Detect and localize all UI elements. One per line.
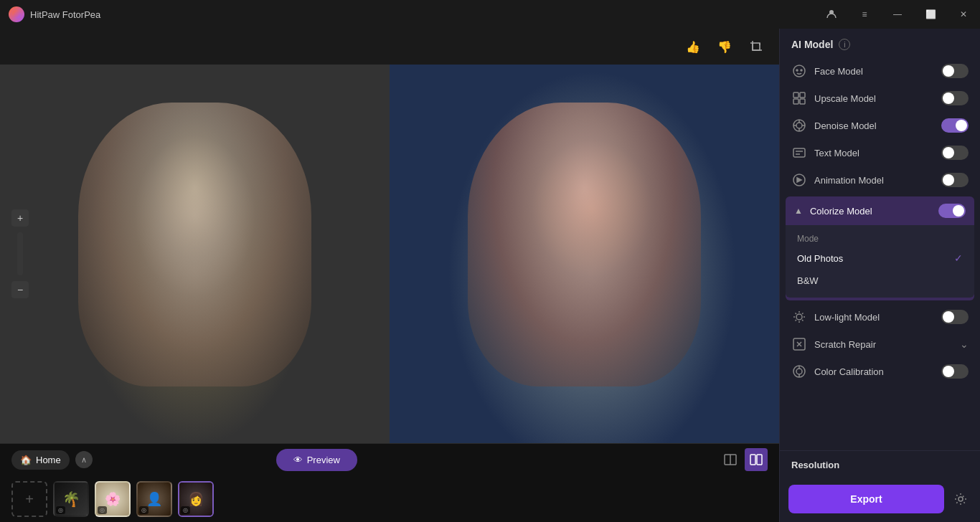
split-view-button[interactable] [719,448,742,471]
home-label: Home [36,455,61,465]
account-icon[interactable] [815,0,848,29]
ai-model-header: AI Model i [780,29,980,57]
info-icon[interactable]: i [839,39,850,50]
thumb-icon-3: ◎ [139,506,149,514]
colorize-model-toggle[interactable] [938,204,966,218]
svg-point-24 [796,314,802,320]
thumbs-down-button[interactable]: 👎 [713,35,736,58]
upscale-model-label: Upscale Model [814,93,934,104]
svg-line-30 [802,320,804,321]
dual-view-button[interactable] [745,448,768,471]
face-model-toggle[interactable] [941,64,969,78]
thumb-icon-4: ◎ [181,506,190,514]
svg-rect-5 [750,455,755,465]
svg-rect-13 [800,99,805,104]
thumbs-up-button[interactable]: 👍 [682,35,705,58]
bottom-controls: 🏠 Home ∧ 👁 Preview [0,444,779,475]
denoise-model-icon [791,118,807,133]
colorize-chevron-icon: ▲ [794,206,803,216]
minimize-button[interactable]: — [881,0,914,29]
export-button[interactable]: Export [788,485,944,513]
bw-label: B&W [797,275,819,286]
titlebar: HitPaw FotorPea ≡ — ⬜ ✕ [0,0,980,29]
home-chevron-button[interactable]: ∧ [75,451,93,468]
home-button[interactable]: 🏠 Home [11,450,70,470]
export-settings-button[interactable] [950,486,971,512]
export-row: Export [788,485,971,513]
app-title: HitPaw FotorPea [30,9,100,20]
colorize-header: ▲ Colorize Model [786,196,974,225]
scratch-repair-label: Scratch Repair [814,339,953,350]
scratch-repair-icon [791,336,807,352]
zoom-handle [17,232,23,275]
denoise-model-row: Denoise Model [780,112,980,139]
mode-option-old-photos[interactable]: Old Photos ✓ [786,247,974,270]
denoise-model-toggle[interactable] [941,118,969,133]
export-label: Export [850,493,882,505]
svg-line-29 [796,313,797,315]
thumbnail-2[interactable]: 🌸 ◎ [95,481,131,517]
face-model-label: Face Model [814,66,934,77]
canvas-area: 👍 👎 + − 🏠 [0,29,779,522]
menu-icon[interactable]: ≡ [848,0,881,29]
zoom-controls: + − [11,209,29,298]
svg-point-35 [796,369,802,374]
home-icon: 🏠 [20,455,32,465]
preview-label: Preview [307,455,340,465]
bottom-bar: 🏠 Home ∧ 👁 Preview [0,443,779,522]
right-panel: AI Model i Face Model [779,29,980,522]
svg-rect-2 [753,43,760,50]
upscale-model-row: Upscale Model [780,85,980,112]
svg-rect-6 [757,455,762,465]
ai-model-title: AI Model [791,39,833,50]
maximize-button[interactable]: ⬜ [914,0,947,29]
scratch-repair-expand-button[interactable]: ⌄ [960,338,969,350]
thumbnail-4[interactable]: 👩 ◎ [178,481,214,517]
svg-rect-12 [793,99,798,104]
thumbnails-row: + 🌴 ◎ 🌸 ◎ 👤 ◎ [0,475,779,522]
color-calibration-row: Color Calibration [780,358,980,385]
eye-icon: 👁 [293,455,303,465]
text-model-label: Text Model [814,148,934,158]
preview-button[interactable]: 👁 Preview [276,449,357,471]
svg-point-9 [801,70,802,71]
face-model-row: Face Model [780,57,980,85]
animation-model-icon [791,172,807,188]
text-model-icon [791,145,807,161]
color-calibration-label: Color Calibration [814,366,934,377]
original-image [0,65,390,443]
mode-option-bw[interactable]: B&W [786,270,974,292]
crop-button[interactable] [745,35,768,58]
svg-point-8 [796,70,798,71]
text-model-toggle[interactable] [941,146,969,160]
svg-rect-11 [800,92,805,98]
app-logo [9,6,24,22]
animation-model-label: Animation Model [814,175,934,186]
denoise-model-label: Denoise Model [814,120,934,131]
resolution-title: Resolution [791,460,969,470]
low-light-model-label: Low-light Model [814,312,934,323]
colorize-label: Colorize Model [810,206,931,217]
animation-model-row: Animation Model [780,166,980,194]
color-calibration-toggle[interactable] [941,364,969,379]
top-toolbar: 👍 👎 [0,29,779,65]
zoom-out-button[interactable]: − [11,281,29,298]
low-light-model-toggle[interactable] [941,310,969,324]
add-image-button[interactable]: + [11,481,47,517]
upscale-model-toggle[interactable] [941,91,969,105]
animation-model-toggle[interactable] [941,173,969,187]
close-button[interactable]: ✕ [947,0,980,29]
color-calibration-icon [791,364,807,379]
upscale-model-icon [791,90,807,106]
panel-footer: Resolution Export [780,450,980,522]
low-light-model-row: Low-light Model [780,303,980,331]
thumbnail-3[interactable]: 👤 ◎ [136,481,172,517]
svg-point-15 [796,123,802,128]
thumb-icon-2: ◎ [98,506,107,514]
low-light-model-icon [791,309,807,325]
svg-line-32 [796,320,797,321]
main-layout: 👍 👎 + − 🏠 [0,29,980,522]
thumbnail-1[interactable]: 🌴 ◎ [53,481,89,517]
zoom-in-button[interactable]: + [11,209,29,227]
mode-label: Mode [786,231,974,247]
